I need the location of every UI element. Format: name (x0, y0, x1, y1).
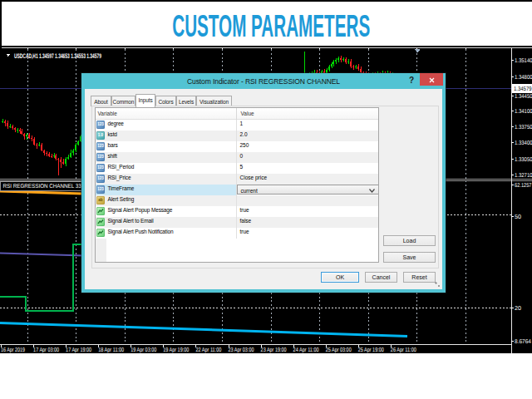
svg-text:62.1257: 62.1257 (515, 183, 532, 189)
svg-text:25 Apr 03:00: 25 Apr 03:00 (326, 347, 352, 353)
svg-text:16 Apr 2019: 16 Apr 2019 (1, 347, 25, 353)
svg-text:17 Apr 03:00: 17 Apr 03:00 (33, 347, 59, 353)
svg-text:1.34450: 1.34450 (515, 94, 532, 100)
svg-text:1.34100: 1.34100 (515, 109, 532, 115)
svg-text:1.35140: 1.35140 (515, 58, 532, 64)
svg-text:19 Apr 03:00: 19 Apr 03:00 (131, 347, 156, 353)
svg-text:20: 20 (515, 306, 521, 312)
svg-text:1.32710: 1.32710 (515, 173, 532, 179)
svg-text:17 Apr 19:00: 17 Apr 19:00 (66, 347, 91, 353)
svg-text:23 Apr 19:00: 23 Apr 19:00 (261, 347, 287, 353)
svg-text:RSI REGRESSION CHANNEL 33;26: RSI REGRESSION CHANNEL 33;26 (3, 184, 89, 190)
svg-text:18 Apr 11:00: 18 Apr 11:00 (98, 347, 124, 353)
svg-text:8.6764: 8.6764 (515, 339, 531, 345)
svg-text:23 Apr 03:00: 23 Apr 03:00 (229, 347, 254, 353)
svg-text:USDCAD,H1 1.34597 1.34653 1.3: USDCAD,H1 1.34597 1.34653 1.34553 1.3457… (14, 52, 101, 60)
svg-text:26 Apr 11:00: 26 Apr 11:00 (391, 347, 416, 353)
svg-text:1.33050: 1.33050 (515, 157, 532, 163)
svg-text:50: 50 (515, 214, 521, 220)
svg-text:25 Apr 19:00: 25 Apr 19:00 (358, 347, 384, 353)
svg-text:24 Apr 11:00: 24 Apr 11:00 (293, 347, 319, 353)
svg-text:1.33400: 1.33400 (515, 140, 532, 146)
svg-text:1.34579: 1.34579 (514, 86, 532, 92)
svg-text:1.33750: 1.33750 (515, 125, 532, 131)
svg-text:22 Apr 11:00: 22 Apr 11:00 (195, 347, 221, 353)
svg-text:19 Apr 19:00: 19 Apr 19:00 (163, 347, 189, 353)
svg-text:1.34800: 1.34800 (515, 75, 532, 81)
